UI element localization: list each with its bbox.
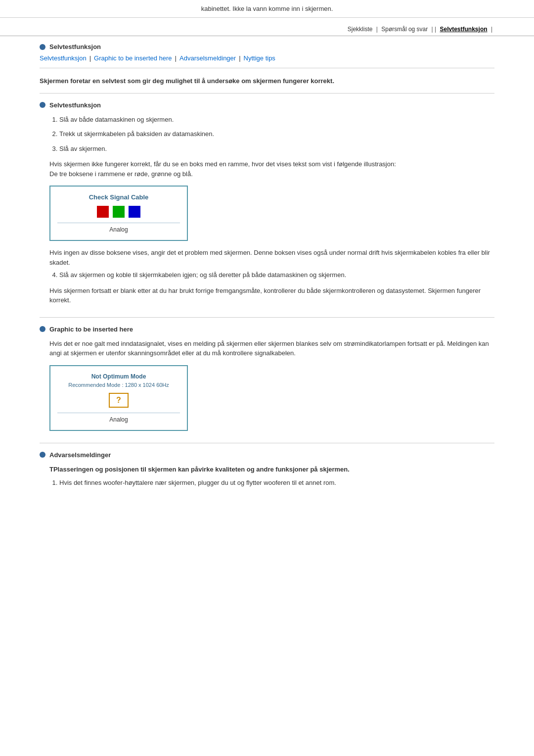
graphic-heading: Graphic to be inserted here	[49, 326, 133, 333]
divider-3	[40, 317, 494, 318]
selftest-dot-icon	[40, 102, 45, 108]
divider-4	[40, 443, 494, 443]
breadcrumb-sep-0: |	[89, 54, 91, 62]
page-content: Selvtestfunksjon Selvtestfunksjon | Grap…	[0, 43, 534, 520]
optimum-question-container: ?	[57, 393, 180, 408]
optimum-box-subtitle: Recommended Mode : 1280 x 1024 60Hz	[57, 382, 180, 388]
breadcrumb-title: Selvtestfunksjon	[49, 43, 101, 50]
graphic-title-row: Graphic to be inserted here	[40, 326, 494, 333]
graphic-body1: Hvis det er noe galt med inndatasignalet…	[49, 339, 494, 358]
signal-box-title: Check Signal Cable	[57, 193, 180, 201]
optimum-box: Not Optimum Mode Recommended Mode : 1280…	[49, 365, 188, 431]
optimum-box-footer: Analog	[57, 413, 180, 423]
nav-selvtest[interactable]: Selvtestfunksjon	[440, 26, 488, 33]
selftest-body1: Hvis skjermen ikke fungerer korrekt, får…	[49, 159, 494, 179]
graphic-section: Graphic to be inserted here Hvis det er …	[40, 326, 494, 431]
advarsel-section: Advarselsmeldinger TPlasseringen og posi…	[40, 451, 494, 488]
advarsel-title-row: Advarselsmeldinger	[40, 451, 494, 459]
selftest-section: Selvtestfunksjon Slå av både datamaskine…	[40, 101, 494, 305]
selftest-step-3: Slå av skjermen.	[59, 144, 494, 154]
color-red	[97, 206, 109, 218]
top-bar: kabinettet. Ikke la vann komme inn i skj…	[0, 0, 534, 18]
nav-bar: Sjekkliste | Spørsmål og svar | | Selvte…	[0, 23, 534, 36]
nav-sep-1: |	[374, 26, 379, 33]
color-blue	[129, 206, 140, 218]
divider-2	[40, 93, 494, 94]
nav-sporsmal[interactable]: Spørsmål og svar	[381, 26, 428, 33]
breadcrumb-section: Selvtestfunksjon	[40, 43, 494, 50]
breadcrumb-sep-2: |	[239, 54, 240, 62]
breadcrumb-link-3[interactable]: Nyttige tips	[244, 54, 275, 62]
selftest-step4-list: Slå av skjermen og koble til skjermkabel…	[59, 270, 494, 280]
breadcrumb-link-2[interactable]: Advarselsmeldinger	[179, 54, 236, 62]
divider-1	[40, 68, 494, 68]
selftest-step-4: Slå av skjermen og koble til skjermkabel…	[59, 270, 494, 280]
selftest-body4: Hvis skjermen fortsatt er blank etter at…	[49, 286, 494, 305]
warning-item-1: Hvis det finnes woofer-høyttalere nær sk…	[59, 478, 494, 488]
breadcrumb-sep-1: |	[175, 54, 177, 62]
breadcrumb-link-0[interactable]: Selvtestfunksjon	[40, 54, 87, 62]
selftest-step-2: Trekk ut skjermkabelen på baksiden av da…	[59, 129, 494, 139]
signal-box: Check Signal Cable Analog	[49, 186, 188, 241]
graphic-dot-icon	[40, 326, 45, 332]
warnings-list: Hvis det finnes woofer-høyttalere nær sk…	[59, 478, 494, 488]
blue-dot-icon	[40, 44, 45, 50]
advarsel-dot-icon	[40, 452, 45, 458]
selftest-step-1: Slå av både datamaskinen og skjermen.	[59, 115, 494, 125]
signal-box-footer: Analog	[57, 223, 180, 233]
selftest-body3: Hvis ingen av disse boksene vises, angir…	[49, 248, 494, 267]
breadcrumb-link-1[interactable]: Graphic to be inserted here	[94, 54, 172, 62]
question-box: ?	[109, 393, 129, 408]
selftest-title-row: Selvtestfunksjon	[40, 101, 494, 109]
top-bar-text: kabinettet. Ikke la vann komme inn i skj…	[40, 5, 494, 12]
optimum-box-title: Not Optimum Mode	[57, 373, 180, 380]
color-green	[113, 206, 125, 218]
advarsel-heading: Advarselsmeldinger	[49, 451, 111, 459]
intro-text: Skjermen foretar en selvtest som gir deg…	[40, 76, 494, 86]
breadcrumb-links: Selvtestfunksjon | Graphic to be inserte…	[40, 54, 494, 62]
selftest-steps: Slå av både datamaskinen og skjermen. Tr…	[59, 115, 494, 154]
advarsel-bold-intro: TPlasseringen og posisjonen til skjermen…	[49, 465, 494, 474]
selftest-heading: Selvtestfunksjon	[49, 101, 101, 109]
nav-sep-2: | |	[430, 26, 438, 33]
nav-sep-3: |	[490, 26, 492, 33]
signal-colors	[57, 206, 180, 218]
nav-sjekkliste[interactable]: Sjekkliste	[348, 26, 373, 33]
